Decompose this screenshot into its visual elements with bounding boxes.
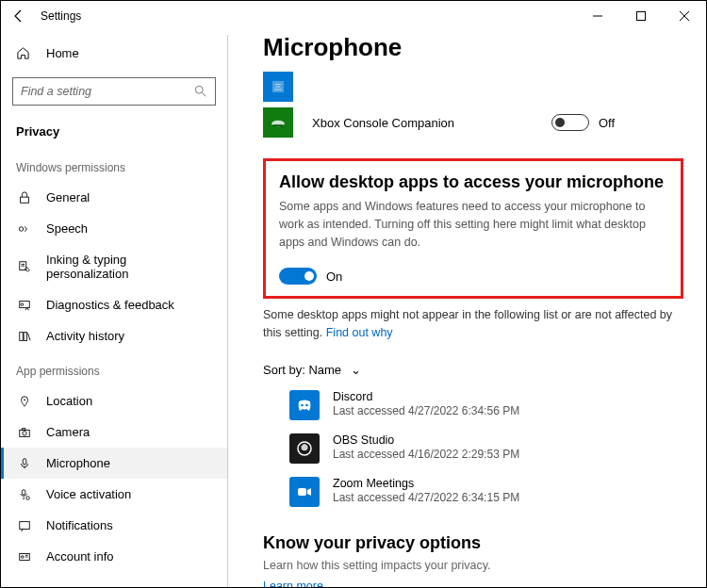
svg-point-15 [24,399,25,400]
svg-point-26 [22,555,25,558]
search-input[interactable] [21,85,194,98]
svg-rect-18 [22,428,25,430]
app-icon: 三 [263,72,293,102]
learn-more-link[interactable]: Learn more [263,580,683,587]
inking-icon [16,260,33,273]
minimize-button[interactable] [576,1,619,31]
nav-label: General [46,190,90,204]
account-info-icon [16,550,33,564]
xbox-icon [263,107,293,138]
camera-icon [16,426,33,439]
note-text: Some desktop apps might not appear in th… [263,306,683,342]
nav-location[interactable]: Location [1,385,227,416]
section-title: Allow desktop apps to access your microp… [279,172,667,192]
svg-rect-21 [22,489,25,494]
svg-point-4 [195,86,203,93]
toggle-label: Off [599,116,615,130]
notifications-icon [16,519,33,532]
nav-notifications[interactable]: Notifications [1,510,227,541]
svg-point-34 [305,403,308,406]
app-name: OBS Studio [333,433,519,447]
divider [227,35,228,587]
nav-inking[interactable]: Inking & typing personalization [1,244,227,289]
nav-diagnostics[interactable]: Diagnostics & feedback [1,289,227,320]
svg-point-12 [21,302,24,305]
back-button[interactable] [8,6,29,26]
privacy-sub: Learn how this setting impacts your priv… [263,559,683,572]
svg-point-23 [26,496,30,499]
search-box[interactable] [12,77,216,106]
nav-label: Diagnostics & feedback [46,298,174,312]
app-time: Last accessed 4/16/2022 2:29:53 PM [333,448,519,461]
zoom-icon [289,477,320,507]
svg-line-5 [203,93,206,97]
obs-icon [289,433,320,464]
search-icon [194,85,207,98]
window-title: Settings [41,9,81,23]
desktop-app-row: OBS Studio Last accessed 4/16/2022 2:29:… [289,433,683,464]
nav-label: Voice activation [46,487,131,501]
svg-point-7 [19,226,23,230]
nav-label: Speech [46,221,88,236]
nav-speech[interactable]: Speech [1,213,227,244]
nav-microphone[interactable]: Microphone [1,448,227,479]
nav-label: Microphone [46,456,110,470]
sort-label: Sort by: [263,363,305,377]
svg-rect-14 [24,332,27,340]
close-button[interactable] [663,1,706,31]
desktop-apps-toggle[interactable] [279,268,317,285]
group-header-app: App permissions [1,351,227,385]
discord-icon [289,390,320,420]
voice-icon [16,488,33,501]
nav-activity-history[interactable]: Activity history [1,320,227,351]
home-icon [16,46,33,60]
history-icon [16,330,33,343]
speech-icon [16,222,33,236]
section-desc: Some apps and Windows features need to a… [279,198,667,251]
app-name: Xbox Console Companion [312,116,551,130]
svg-rect-1 [637,12,646,21]
nav-general[interactable]: General [1,182,227,213]
nav-voice-activation[interactable]: Voice activation [1,479,227,510]
sort-row[interactable]: Sort by: Name ⌄ [263,363,683,377]
app-time: Last accessed 4/27/2022 6:34:15 PM [333,491,519,504]
svg-text:三: 三 [274,83,282,91]
svg-rect-19 [23,458,26,464]
toggle-xbox[interactable] [551,114,589,131]
highlight-box: Allow desktop apps to access your microp… [263,158,683,299]
app-row-partial: 三 [263,72,683,102]
app-name: Discord [333,390,519,403]
app-time: Last accessed 4/27/2022 6:34:56 PM [333,404,519,417]
sidebar: Home Privacy Windows permissions General… [1,31,227,587]
lock-icon [16,191,33,204]
nav-label: Camera [46,425,90,439]
desktop-app-row: Discord Last accessed 4/27/2022 6:34:56 … [289,390,683,420]
maximize-button[interactable] [619,1,663,31]
svg-rect-36 [298,488,306,496]
nav-label: Account info [46,549,114,564]
page-heading: Microphone [263,33,683,62]
nav-label: Location [46,394,92,408]
microphone-icon [16,457,33,470]
app-name: Zoom Meetings [333,477,519,490]
svg-rect-24 [20,521,30,529]
category-label: Privacy [1,115,227,148]
svg-rect-13 [20,332,24,340]
nav-camera[interactable]: Camera [1,416,227,448]
nav-label: Activity history [46,329,124,343]
home-label: Home [46,46,79,60]
home-button[interactable]: Home [1,39,227,68]
svg-rect-32 [272,124,283,126]
svg-point-33 [301,403,304,406]
toggle-label: On [326,270,342,284]
find-out-why-link[interactable]: Find out why [326,326,393,339]
svg-rect-6 [21,197,29,203]
nav-label: Notifications [46,518,113,532]
diagnostics-icon [16,299,33,312]
desktop-app-row: Zoom Meetings Last accessed 4/27/2022 6:… [289,477,683,507]
nav-account-info[interactable]: Account info [1,541,227,572]
sort-value: Name [308,363,341,377]
app-row-xbox: Xbox Console Companion Off [263,107,683,138]
group-header-windows: Windows permissions [1,148,227,182]
content-area: Microphone 三 Xbox Console Companion Off … [240,33,706,587]
